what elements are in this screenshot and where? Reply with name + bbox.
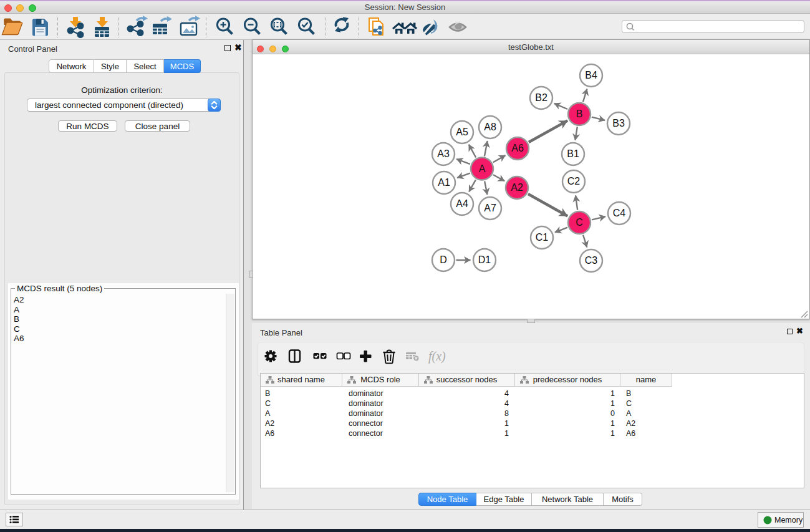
svg-text:B1: B1 [567, 148, 579, 159]
svg-text:C: C [576, 217, 583, 228]
svg-text:A2: A2 [511, 182, 523, 193]
svg-text:C4: C4 [613, 208, 626, 218]
svg-text:B: B [576, 109, 583, 119]
svg-text:B2: B2 [535, 92, 547, 103]
svg-text:A3: A3 [437, 148, 450, 159]
svg-text:A8: A8 [484, 122, 496, 132]
svg-text:B4: B4 [585, 70, 597, 80]
svg-text:C3: C3 [585, 255, 598, 266]
svg-text:D1: D1 [478, 254, 491, 265]
svg-text:C2: C2 [567, 176, 581, 186]
svg-text:A6: A6 [511, 143, 524, 153]
svg-text:A4: A4 [456, 198, 468, 209]
svg-text:A1: A1 [438, 177, 450, 188]
svg-text:B3: B3 [612, 118, 625, 128]
svg-text:A5: A5 [456, 127, 468, 137]
svg-text:A: A [479, 163, 486, 174]
svg-text:f(x): f(x) [428, 349, 446, 364]
svg-text:D: D [440, 254, 447, 265]
svg-text:C1: C1 [536, 232, 549, 243]
svg-text:A7: A7 [484, 203, 496, 213]
